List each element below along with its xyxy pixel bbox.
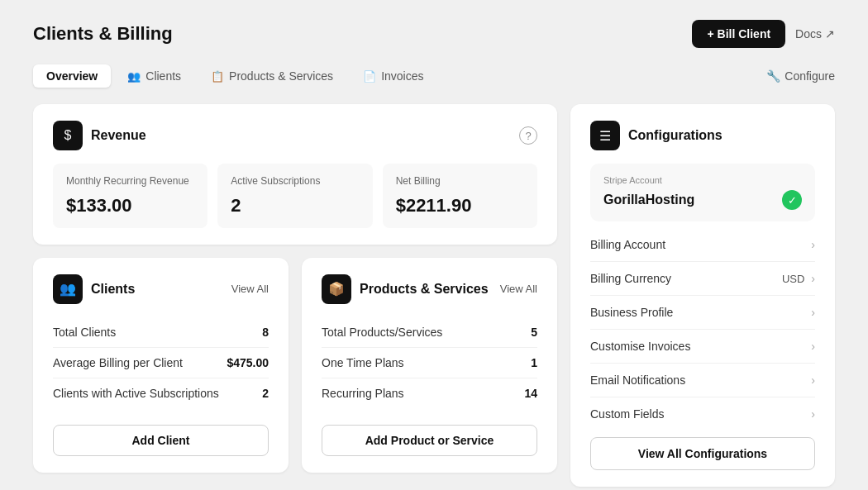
config-item-custom-fields[interactable]: Custom Fields › [590, 397, 815, 431]
metrics-grid: Monthly Recurring Revenue $133.00 Active… [53, 164, 537, 228]
tab-products-label: Products & Services [229, 69, 333, 83]
chevron-icon: › [811, 340, 815, 353]
clients-stats-list: Total Clients 8 Average Billing per Clie… [53, 317, 269, 408]
products-view-all-button[interactable]: View All [500, 283, 537, 295]
metric-subscriptions: Active Subscriptions 2 [217, 164, 372, 228]
tab-invoices-label: Invoices [381, 69, 423, 83]
chevron-icon: › [811, 407, 815, 421]
products-card-header: 📦 Products & Services View All [322, 274, 537, 304]
config-billing-account-label: Billing Account [590, 238, 665, 251]
chevron-icon: › [811, 272, 815, 285]
config-business-profile-label: Business Profile [590, 306, 673, 319]
stat-recurring-plans: Recurring Plans 14 [322, 378, 537, 408]
docs-button[interactable]: Docs ↗ [795, 27, 835, 40]
bill-client-button[interactable]: + Bill Client [692, 20, 785, 48]
metric-mrr: Monthly Recurring Revenue $133.00 [53, 164, 207, 228]
configurations-title: Configurations [628, 128, 723, 143]
metric-subscriptions-value: 2 [231, 195, 359, 216]
config-email-notifications-label: Email Notifications [590, 373, 685, 387]
config-item-billing-currency[interactable]: Billing Currency USD › [590, 262, 815, 296]
tab-invoices[interactable]: 📄 Invoices [350, 64, 436, 88]
add-product-button[interactable]: Add Product or Service [322, 425, 537, 456]
config-customise-invoices-label: Customise Invoices [590, 340, 690, 353]
stripe-verified-icon: ✓ [782, 190, 802, 210]
docs-label: Docs [795, 27, 822, 40]
products-title-group: 📦 Products & Services [322, 274, 489, 304]
clients-card: 👥 Clients View All Total Clients 8 Avera… [33, 258, 289, 473]
products-title: Products & Services [360, 282, 489, 297]
revenue-card: $ Revenue ? Monthly Recurring Revenue $1… [33, 104, 557, 245]
config-item-email-notifications[interactable]: Email Notifications › [590, 364, 815, 397]
clients-card-header: 👥 Clients View All [53, 274, 269, 304]
clients-title: Clients [91, 282, 135, 297]
config-custom-fields-label: Custom Fields [590, 407, 664, 421]
tab-products[interactable]: 📋 Products & Services [198, 64, 346, 88]
external-link-icon: ↗ [825, 27, 835, 40]
config-item-business-profile[interactable]: Business Profile › [590, 296, 815, 330]
stat-total-products-value: 5 [531, 326, 537, 339]
config-billing-currency-value: USD [782, 273, 804, 285]
stripe-account-label: Stripe Account [603, 175, 802, 185]
stat-avg-billing: Average Billing per Client $475.00 [53, 348, 269, 378]
stat-total-clients: Total Clients 8 [53, 317, 269, 348]
tab-overview[interactable]: Overview [33, 64, 111, 88]
stat-active-subs-clients: Clients with Active Subscriptions 2 [53, 378, 269, 408]
config-item-customise-invoices[interactable]: Customise Invoices › [590, 330, 815, 364]
products-tab-icon: 📋 [211, 70, 224, 83]
stat-total-products: Total Products/Services 5 [322, 317, 537, 348]
configure-label: Configure [785, 69, 835, 83]
tab-clients-label: Clients [145, 69, 181, 83]
chevron-icon: › [811, 238, 815, 251]
stat-avg-billing-value: $475.00 [227, 356, 269, 369]
config-customise-invoices-right: › [811, 340, 815, 353]
metric-net-billing-value: $2211.90 [396, 195, 524, 216]
stripe-account-name: GorillaHosting [603, 193, 694, 207]
clients-icon: 👥 [53, 274, 83, 304]
header-actions: + Bill Client Docs ↗ [692, 20, 835, 48]
bottom-grid: 👥 Clients View All Total Clients 8 Avera… [33, 258, 557, 473]
metric-mrr-label: Monthly Recurring Revenue [66, 175, 194, 188]
config-items-list: Billing Account › Billing Currency USD ›… [590, 228, 815, 431]
stat-one-time-plans-label: One Time Plans [322, 356, 404, 369]
revenue-title: Revenue [91, 128, 146, 143]
stat-active-subs-clients-label: Clients with Active Subscriptions [53, 387, 219, 400]
stat-recurring-plans-value: 14 [524, 387, 537, 400]
revenue-icon: $ [53, 121, 83, 150]
left-column: $ Revenue ? Monthly Recurring Revenue $1… [33, 104, 557, 487]
products-icon: 📦 [322, 274, 351, 304]
stripe-account-box: Stripe Account GorillaHosting ✓ [590, 164, 815, 221]
stat-one-time-plans-value: 1 [531, 356, 537, 369]
config-business-profile-right: › [811, 306, 815, 319]
stat-total-clients-label: Total Clients [53, 326, 116, 339]
tab-clients[interactable]: 👥 Clients [114, 64, 194, 88]
chevron-icon: › [811, 306, 815, 319]
view-all-configurations-button[interactable]: View All Configurations [590, 437, 815, 470]
add-client-button[interactable]: Add Client [53, 425, 269, 456]
config-billing-account-right: › [811, 238, 815, 251]
configurations-header: ☰ Configurations [590, 121, 815, 150]
metric-net-billing-label: Net Billing [396, 175, 524, 188]
clients-view-all-button[interactable]: View All [231, 283, 269, 295]
stat-recurring-plans-label: Recurring Plans [322, 387, 404, 400]
configurations-card: ☰ Configurations Stripe Account GorillaH… [570, 104, 835, 487]
page-header: Clients & Billing + Bill Client Docs ↗ [33, 20, 835, 48]
revenue-card-header: $ Revenue ? [53, 121, 537, 150]
tab-overview-label: Overview [46, 69, 98, 83]
page-title: Clients & Billing [33, 23, 173, 45]
stripe-name-row: GorillaHosting ✓ [603, 190, 802, 210]
metric-net-billing: Net Billing $2211.90 [383, 164, 537, 228]
nav-tabs-left: Overview 👥 Clients 📋 Products & Services… [33, 64, 436, 88]
main-grid: $ Revenue ? Monthly Recurring Revenue $1… [33, 104, 835, 487]
stat-avg-billing-label: Average Billing per Client [53, 356, 183, 369]
metric-mrr-value: $133.00 [66, 195, 194, 216]
stat-total-products-label: Total Products/Services [322, 326, 442, 339]
stat-total-clients-value: 8 [262, 326, 269, 339]
invoices-tab-icon: 📄 [363, 70, 376, 83]
configure-button[interactable]: 🔧 Configure [766, 69, 835, 83]
config-item-billing-account[interactable]: Billing Account › [590, 228, 815, 262]
help-icon[interactable]: ? [519, 126, 537, 145]
clients-tab-icon: 👥 [127, 70, 141, 83]
config-billing-currency-label: Billing Currency [590, 272, 671, 285]
revenue-title-group: $ Revenue [53, 121, 146, 150]
chevron-icon: › [811, 373, 815, 387]
